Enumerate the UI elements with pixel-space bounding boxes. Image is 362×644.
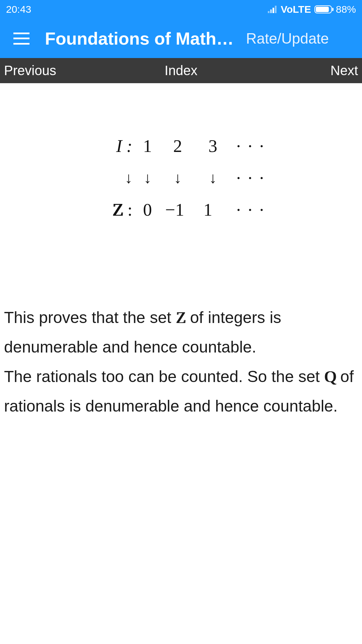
math-cell: 2 xyxy=(163,137,193,155)
svg-rect-3 xyxy=(275,6,277,13)
math-row1-label: I : xyxy=(96,137,132,155)
network-label: VoLTE xyxy=(281,4,311,15)
math-row3-label: Z : xyxy=(96,201,132,219)
rate-update-button[interactable]: Rate/Update xyxy=(246,30,330,47)
text: The rationals too can be counted. So the… xyxy=(4,368,324,385)
math-cell: · · · xyxy=(233,201,266,219)
menu-icon[interactable] xyxy=(13,33,29,45)
paragraph-2: The rationals too can be counted. So the… xyxy=(4,362,358,421)
math-cell: · · · xyxy=(233,169,266,187)
status-right: VoLTE 88% xyxy=(268,4,356,15)
math-cell: 1 xyxy=(132,137,163,155)
next-button[interactable]: Next xyxy=(330,63,358,78)
rational-symbol: Q xyxy=(324,362,336,391)
svg-rect-0 xyxy=(268,11,269,13)
integer-symbol: Z xyxy=(176,303,185,332)
index-button[interactable]: Index xyxy=(165,63,197,78)
signal-icon xyxy=(268,6,277,13)
battery-icon xyxy=(314,5,332,13)
math-cell: 3 xyxy=(193,137,233,155)
math-mapping-diagram: I : 1 2 3 · · · ↓ ↓ ↓ ↓ · · · Z : 0 −1 1… xyxy=(4,130,358,226)
svg-rect-2 xyxy=(273,8,274,13)
app-bar: Foundations of Math… Rate/Update xyxy=(0,19,362,58)
math-cell: −1 xyxy=(163,201,193,219)
text: This proves that the set xyxy=(4,309,176,326)
battery-percent: 88% xyxy=(336,4,356,15)
math-arrow: ↓ xyxy=(163,170,193,186)
content-area: I : 1 2 3 · · · ↓ ↓ ↓ ↓ · · · Z : 0 −1 1… xyxy=(0,130,362,421)
svg-rect-1 xyxy=(270,9,272,13)
math-arrow: ↓ xyxy=(96,170,132,186)
math-cell: 1 xyxy=(193,201,233,219)
math-cell: 0 xyxy=(132,201,163,219)
nav-bar: Previous Index Next xyxy=(0,58,362,83)
status-bar: 20:43 VoLTE 88% xyxy=(0,0,362,19)
math-arrow: ↓ xyxy=(132,170,163,186)
math-arrow: ↓ xyxy=(193,170,233,186)
paragraph-1: This proves that the set Z of integers i… xyxy=(4,303,358,362)
math-cell: · · · xyxy=(233,137,266,155)
prev-button[interactable]: Previous xyxy=(4,63,56,78)
status-time: 20:43 xyxy=(6,4,31,15)
page-title: Foundations of Math… xyxy=(45,29,246,49)
